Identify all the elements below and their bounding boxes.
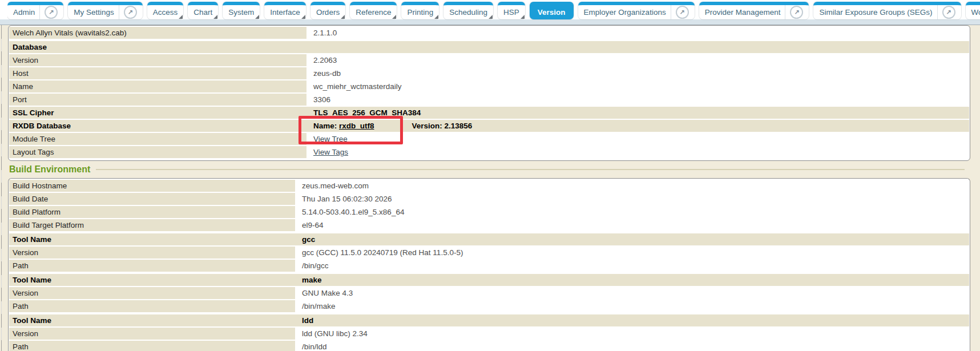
tab-access[interactable]: Access xyxy=(147,2,184,19)
row-label: Tool Name xyxy=(9,233,295,245)
tab-version[interactable]: Version xyxy=(530,2,574,19)
row-value: Thu Jan 15 06:02:30 2026 xyxy=(300,193,969,205)
tab-scheduling[interactable]: Scheduling xyxy=(443,2,493,19)
row-value: make xyxy=(300,274,969,286)
tab-employer-organizations[interactable]: Employer Organizations↗ xyxy=(578,2,695,19)
tab-hsp[interactable]: HSP xyxy=(498,2,525,19)
tab-chart[interactable]: Chart xyxy=(188,2,218,19)
row-label: Path xyxy=(9,341,295,351)
row-value: TLS_AES_256_GCM_SHA384 xyxy=(311,107,969,119)
tab-my-settings[interactable]: My Settings↗ xyxy=(68,2,143,19)
build-environment-heading: Build Environment xyxy=(9,163,968,176)
open-new-window-icon[interactable]: ↗ xyxy=(790,6,803,19)
tab-label: Employer Organizations xyxy=(584,8,666,17)
tab-label: Reference xyxy=(356,8,391,17)
table-row: Path/bin/ldd xyxy=(9,341,969,351)
table-row: Version2.2063 xyxy=(9,54,969,66)
table-row: Database xyxy=(9,41,969,53)
left-edge-rule xyxy=(1,25,2,351)
table-row: Versionldd (GNU libc) 2.34 xyxy=(9,328,969,340)
tab-label: Orders xyxy=(316,8,340,17)
row-value: Name: rxdb_utf8Version: 2.13856 xyxy=(311,120,969,132)
row-value: 2.1.1.0 xyxy=(311,27,969,39)
table-row: SSL CipherTLS_AES_256_GCM_SHA384 xyxy=(9,107,969,119)
tab-icon-segment: ↗ xyxy=(119,5,137,19)
table-row: Build DateThu Jan 15 06:02:30 2026 xyxy=(9,193,969,205)
tab-provider-management[interactable]: Provider Management↗ xyxy=(699,2,809,19)
row-value: wc_miehr_wctmasterdaily xyxy=(311,80,969,92)
row-value: 3306 xyxy=(311,94,969,106)
table-row: Tool Namemake xyxy=(9,274,969,286)
tab-system[interactable]: System xyxy=(223,2,260,19)
row-label: Name xyxy=(9,80,306,92)
table-row: Build Target Platformel9-64 xyxy=(9,219,969,231)
table-row: Layout TagsView Tags xyxy=(9,146,969,158)
row-value: /bin/ldd xyxy=(300,341,969,351)
tab-label: Work Lo xyxy=(971,8,980,17)
tab-label: Admin xyxy=(13,8,35,17)
tab-printing[interactable]: Printing xyxy=(401,2,439,19)
table-row: Versiongcc (GCC) 11.5.0 20240719 (Red Ha… xyxy=(9,247,969,259)
row-value: el9-64 xyxy=(300,219,969,231)
row-label: Module Tree xyxy=(9,133,306,145)
table-row: VersionGNU Make 4.3 xyxy=(9,287,969,299)
row-label: Path xyxy=(9,300,295,312)
tab-reference[interactable]: Reference xyxy=(350,2,397,19)
table-row: Welch Allyn Vitals (wavitals2.cab)2.1.1.… xyxy=(9,27,969,39)
table-row: Namewc_miehr_wctmasterdaily xyxy=(9,80,969,92)
row-value: /bin/make xyxy=(300,300,969,312)
row-label: RXDB Database xyxy=(9,120,306,132)
row-value: GNU Make 4.3 xyxy=(300,287,969,299)
row-value: zeus.med-web.com xyxy=(300,180,969,192)
row-label: Database xyxy=(9,41,306,53)
row-label: Host xyxy=(9,67,306,79)
tab-bar: Admin↗My Settings↗AccessChartSystemInter… xyxy=(0,0,980,25)
system-info-table: Welch Allyn Vitals (wavitals2.cab)2.1.1.… xyxy=(8,25,970,161)
open-new-window-icon[interactable]: ↗ xyxy=(124,6,137,19)
tab-list: Admin↗My Settings↗AccessChartSystemInter… xyxy=(7,2,980,20)
build-environment-table: Build Hostnamezeus.med-web.comBuild Date… xyxy=(8,178,970,351)
table-row: Path/bin/make xyxy=(9,300,969,312)
tab-orders[interactable]: Orders xyxy=(310,2,345,19)
annotation-red-box xyxy=(299,116,403,144)
tab-bar-strip xyxy=(0,19,980,25)
tab-admin[interactable]: Admin↗ xyxy=(7,2,63,19)
row-value: gcc (GCC) 11.5.0 20240719 (Red Hat 11.5.… xyxy=(300,247,969,259)
table-row: Tool Nameldd xyxy=(9,314,969,326)
row-label: Path xyxy=(9,260,295,272)
row-label: Build Target Platform xyxy=(9,219,295,231)
tab-icon-segment: ↗ xyxy=(785,5,803,19)
dropdown-corner-icon xyxy=(521,15,525,19)
open-new-window-icon[interactable]: ↗ xyxy=(942,6,955,19)
dropdown-corner-icon xyxy=(179,15,183,19)
dropdown-corner-icon xyxy=(489,15,493,19)
row-label: Version xyxy=(9,54,306,66)
row-value: /bin/gcc xyxy=(300,260,969,272)
tab-label: Access xyxy=(153,8,178,17)
dropdown-corner-icon xyxy=(392,15,396,19)
tab-similar-exposure-groups-segs[interactable]: Similar Exposure Groups (SEGs)↗ xyxy=(813,2,961,19)
dropdown-corner-icon xyxy=(213,15,217,19)
row-label: Welch Allyn Vitals (wavitals2.cab) xyxy=(9,27,306,39)
open-new-window-icon[interactable]: ↗ xyxy=(676,6,689,19)
tab-icon-segment: ↗ xyxy=(937,5,955,19)
row-label: Version xyxy=(9,287,295,299)
row-label: Version xyxy=(9,328,295,340)
row-label: Build Hostname xyxy=(9,180,295,192)
tab-icon-segment: ↗ xyxy=(671,5,689,19)
table-row: Path/bin/gcc xyxy=(9,260,969,272)
rxdb-version-value: Version: 2.13856 xyxy=(412,122,473,130)
dropdown-corner-icon xyxy=(341,15,345,19)
tab-label: Provider Management xyxy=(705,8,781,17)
tab-interface[interactable]: Interface xyxy=(264,2,306,19)
tab-work-lo[interactable]: Work Lo xyxy=(966,2,980,19)
view-tags-link[interactable]: View Tags xyxy=(313,148,348,156)
tab-label: HSP xyxy=(503,8,519,17)
dropdown-corner-icon xyxy=(434,15,438,19)
tab-label: Interface xyxy=(270,8,300,17)
row-label: SSL Cipher xyxy=(9,107,306,119)
open-new-window-icon[interactable]: ↗ xyxy=(45,6,58,19)
tab-label: Chart xyxy=(193,8,212,17)
tab-label: System xyxy=(228,8,254,17)
row-label: Port xyxy=(9,94,306,106)
